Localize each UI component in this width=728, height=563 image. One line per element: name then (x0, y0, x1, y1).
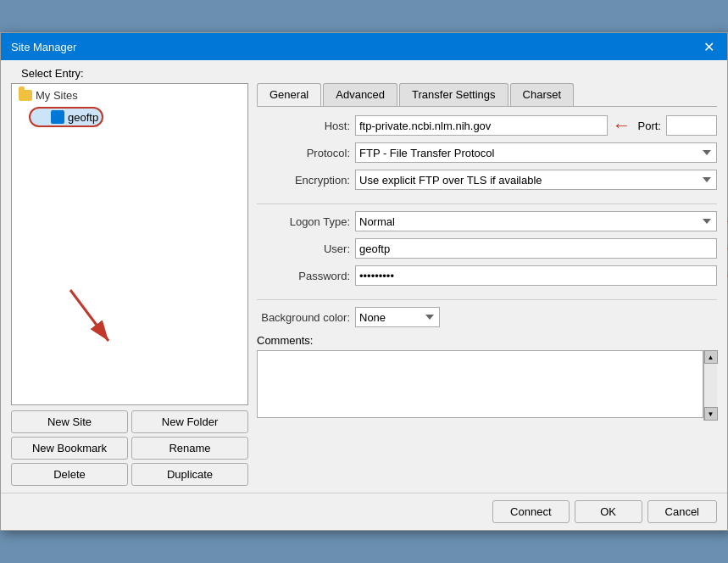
user-input[interactable] (355, 238, 717, 259)
dialog-body: Select Entry: My Sites geoftp (1, 60, 727, 530)
main-area: My Sites geoftp (1, 83, 727, 493)
logon-type-select[interactable]: Anonymous Normal Ask for password Intera… (355, 211, 717, 231)
right-panel: General Advanced Transfer Settings Chars… (257, 83, 717, 486)
ok-button[interactable]: OK (575, 500, 642, 523)
rename-button[interactable]: Rename (131, 437, 248, 460)
host-row: Host: ← Port: (257, 115, 717, 136)
cancel-button[interactable]: Cancel (647, 500, 717, 523)
host-label: Host: (257, 120, 350, 132)
tree-container: My Sites geoftp (11, 83, 248, 405)
new-bookmark-button[interactable]: New Bookmark (11, 437, 128, 460)
site-label: geoftp (68, 111, 98, 124)
user-label: User: (257, 242, 350, 255)
my-sites-folder[interactable]: My Sites (15, 87, 244, 103)
geoftp-site[interactable]: geoftp (29, 107, 103, 127)
tab-general[interactable]: General (257, 83, 321, 106)
scroll-up-button[interactable]: ▲ (704, 350, 718, 364)
left-panel: My Sites geoftp (11, 83, 248, 486)
duplicate-button[interactable]: Duplicate (131, 463, 248, 486)
tab-transfer-settings[interactable]: Transfer Settings (399, 83, 508, 106)
site-icon (51, 110, 64, 124)
logon-type-row: Logon Type: Anonymous Normal Ask for pas… (257, 211, 717, 231)
connect-button[interactable]: Connect (492, 500, 569, 523)
password-arrow: ← (724, 265, 728, 287)
site-manager-dialog: Site Manager ✕ Select Entry: My Sites (0, 32, 728, 531)
comments-scrollbar[interactable]: ▲ ▼ (703, 350, 717, 421)
bg-color-row: Background color: None Red Green Blue Ye… (257, 307, 717, 327)
password-label: Password: (257, 270, 350, 282)
encryption-select[interactable]: Use explicit FTP over TLS if available O… (355, 170, 717, 190)
logon-arrow: ← (724, 210, 728, 232)
password-input[interactable] (355, 265, 717, 286)
new-folder-button[interactable]: New Folder (131, 410, 248, 433)
bg-color-select[interactable]: None Red Green Blue Yellow (355, 307, 440, 327)
protocol-label: Protocol: (257, 147, 350, 159)
scroll-track (704, 364, 717, 407)
scroll-down-button[interactable]: ▼ (704, 407, 718, 421)
comments-section: Comments: (257, 334, 717, 347)
protocol-row: Protocol: FTP - File Transfer Protocol S… (257, 142, 717, 163)
encryption-label: Encryption: (257, 174, 350, 187)
tab-charset[interactable]: Charset (510, 83, 575, 106)
select-entry-label: Select Entry: (11, 60, 94, 83)
delete-button[interactable]: Delete (11, 463, 128, 486)
dialog-title: Site Manager (11, 41, 76, 53)
left-buttons: New Site New Folder New Bookmark Rename … (11, 410, 248, 486)
protocol-select[interactable]: FTP - File Transfer Protocol SFTP - SSH … (355, 142, 717, 163)
tab-bar: General Advanced Transfer Settings Chars… (257, 83, 717, 107)
port-input[interactable] (666, 115, 717, 136)
user-row: User: ← (257, 238, 717, 259)
title-bar: Site Manager ✕ (1, 33, 727, 60)
folder-label: My Sites (36, 89, 78, 102)
close-button[interactable]: ✕ (700, 38, 717, 55)
bg-color-label: Background color: (257, 311, 350, 324)
bottom-bar: Connect OK Cancel (1, 493, 727, 530)
comments-textarea[interactable] (257, 350, 703, 418)
port-label: Port: (638, 120, 661, 132)
host-arrow: ← (613, 114, 631, 137)
tree-area: My Sites geoftp (11, 83, 248, 405)
comments-label: Comments: (257, 334, 313, 347)
comments-scroll-area: ▲ ▼ (257, 350, 717, 421)
password-row: Password: ← (257, 265, 717, 286)
host-input-wrap: ← (355, 115, 608, 136)
encryption-row: Encryption: Use explicit FTP over TLS if… (257, 170, 717, 190)
separator-2 (257, 299, 717, 300)
separator-1 (257, 203, 717, 204)
host-input[interactable] (355, 115, 608, 136)
folder-icon (19, 90, 32, 101)
user-arrow: ← (724, 237, 728, 259)
tab-advanced[interactable]: Advanced (323, 83, 397, 106)
logon-type-label: Logon Type: (257, 215, 350, 228)
new-site-button[interactable]: New Site (11, 410, 128, 433)
